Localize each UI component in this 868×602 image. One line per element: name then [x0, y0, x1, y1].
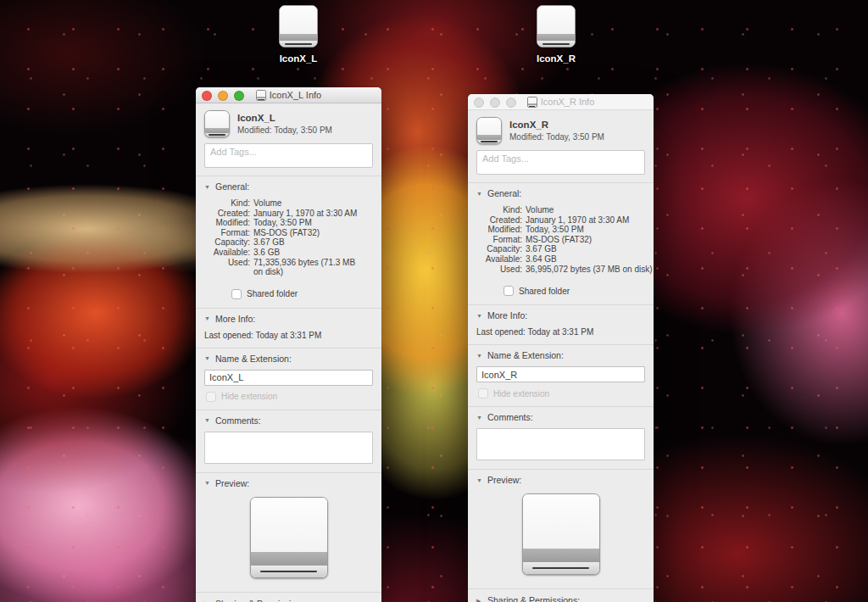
file-name: IconX_L — [237, 113, 332, 123]
disclosure-collapsed-icon: ▶ — [476, 598, 483, 602]
wallpaper-particles — [0, 0, 868, 602]
disclosure-open-icon: ▼ — [204, 184, 211, 190]
file-modified: Modified: Today, 3:50 PM — [509, 132, 604, 142]
section-more-info-header[interactable]: ▼ More Info: — [476, 310, 645, 321]
section-preview: ▼ Preview: — [196, 472, 381, 592]
desktop: { "icons": { "disclosure_open": "▼", "di… — [0, 0, 868, 602]
section-general: ▼ General: Kind:Volume Created:January 1… — [468, 182, 654, 304]
minimize-button[interactable] — [218, 91, 228, 101]
shared-folder-label: Shared folder — [247, 289, 298, 298]
disclosure-open-icon: ▼ — [476, 191, 483, 197]
volume-icon — [279, 5, 318, 47]
close-button[interactable] — [474, 98, 484, 108]
volume-preview-icon — [522, 493, 600, 575]
hide-extension-label: Hide extension — [221, 392, 277, 401]
desktop-icon-iconx-r[interactable]: IconX_R — [519, 5, 593, 64]
desktop-icon-label: IconX_L — [261, 53, 336, 64]
section-more-info-header[interactable]: ▼ More Info: — [204, 314, 373, 324]
section-general: ▼ General: Kind:Volume Created:January 1… — [196, 176, 381, 308]
info-window-iconx-l: IconX_L Info IconX_L Modified: Today, 3:… — [196, 87, 381, 602]
desktop-icon-label: IconX_R — [519, 53, 593, 64]
volume-proxy-icon — [256, 90, 266, 101]
filename-input[interactable] — [476, 366, 645, 382]
section-preview: ▼ Preview: — [468, 469, 654, 588]
disclosure-open-icon: ▼ — [476, 477, 483, 483]
window-controls — [202, 91, 244, 101]
section-general-header[interactable]: ▼ General: — [476, 188, 645, 198]
last-opened: Last opened: Today at 3:31 PM — [476, 327, 645, 337]
volume-icon — [537, 5, 576, 47]
shared-folder-checkbox[interactable] — [504, 286, 514, 296]
titlebar[interactable]: IconX_R Info — [468, 94, 654, 110]
titlebar[interactable]: IconX_L Info — [196, 87, 381, 103]
zoom-button[interactable] — [506, 98, 516, 108]
section-comments: ▼ Comments: — [468, 406, 654, 469]
section-more-info: ▼ More Info: Last opened: Today at 3:31 … — [196, 308, 381, 348]
section-sharing-header[interactable]: ▶ Sharing & Permissions: — [204, 599, 373, 602]
section-name-extension: ▼ Name & Extension: Hide extension — [196, 348, 381, 410]
disclosure-open-icon: ▼ — [204, 355, 211, 361]
disclosure-open-icon: ▼ — [476, 353, 483, 359]
shared-folder-checkbox[interactable] — [231, 289, 242, 299]
hide-extension-checkbox — [478, 388, 488, 399]
close-button[interactable] — [202, 91, 212, 101]
volume-icon — [476, 117, 502, 144]
volume-preview-icon — [250, 497, 328, 578]
general-info-grid: Kind:Volume Created:January 1, 1970 at 3… — [476, 205, 645, 274]
general-info-grid: Kind:Volume Created:January 1, 1970 at 3… — [204, 198, 373, 277]
hide-extension-label: Hide extension — [493, 389, 549, 399]
section-sharing: ▶ Sharing & Permissions: — [468, 588, 654, 602]
section-general-header[interactable]: ▼ General: — [204, 181, 373, 192]
tags-input[interactable] — [476, 150, 645, 175]
section-more-info: ▼ More Info: Last opened: Today at 3:31 … — [468, 304, 654, 344]
filename-input[interactable] — [204, 370, 373, 386]
window-title: IconX_L Info — [270, 90, 321, 100]
section-comments-header[interactable]: ▼ Comments: — [476, 412, 645, 422]
volume-icon — [204, 110, 230, 137]
shared-folder-label: Shared folder — [519, 287, 570, 296]
disclosure-open-icon: ▼ — [204, 417, 211, 423]
file-modified: Modified: Today, 3:50 PM — [237, 125, 332, 135]
window-title: IconX_R Info — [541, 97, 595, 107]
section-name-extension-header[interactable]: ▼ Name & Extension: — [204, 354, 373, 364]
disclosure-open-icon: ▼ — [476, 313, 483, 319]
zoom-button[interactable] — [234, 91, 244, 101]
section-preview-header[interactable]: ▼ Preview: — [204, 478, 373, 488]
file-name: IconX_R — [509, 120, 604, 130]
section-preview-header[interactable]: ▼ Preview: — [476, 475, 645, 485]
hide-extension-checkbox — [206, 392, 216, 402]
window-controls — [474, 98, 516, 108]
disclosure-open-icon: ▼ — [476, 415, 483, 421]
section-name-extension: ▼ Name & Extension: Hide extension — [468, 344, 654, 406]
section-comments-header[interactable]: ▼ Comments: — [204, 415, 373, 426]
comments-textarea[interactable] — [476, 428, 645, 460]
volume-proxy-icon — [527, 97, 537, 108]
section-sharing-header[interactable]: ▶ Sharing & Permissions: — [476, 595, 645, 602]
section-comments: ▼ Comments: — [196, 410, 381, 472]
section-sharing: ▶ Sharing & Permissions: — [196, 592, 381, 602]
disclosure-open-icon: ▼ — [204, 480, 211, 486]
minimize-button[interactable] — [490, 98, 500, 108]
info-window-iconx-r: IconX_R Info IconX_R Modified: Today, 3:… — [468, 94, 654, 602]
disclosure-open-icon: ▼ — [204, 315, 211, 321]
desktop-icon-iconx-l[interactable]: IconX_L — [261, 5, 336, 64]
section-name-extension-header[interactable]: ▼ Name & Extension: — [476, 350, 645, 360]
tags-input[interactable] — [204, 143, 373, 168]
comments-textarea[interactable] — [204, 432, 373, 464]
last-opened: Last opened: Today at 3:31 PM — [204, 331, 373, 341]
